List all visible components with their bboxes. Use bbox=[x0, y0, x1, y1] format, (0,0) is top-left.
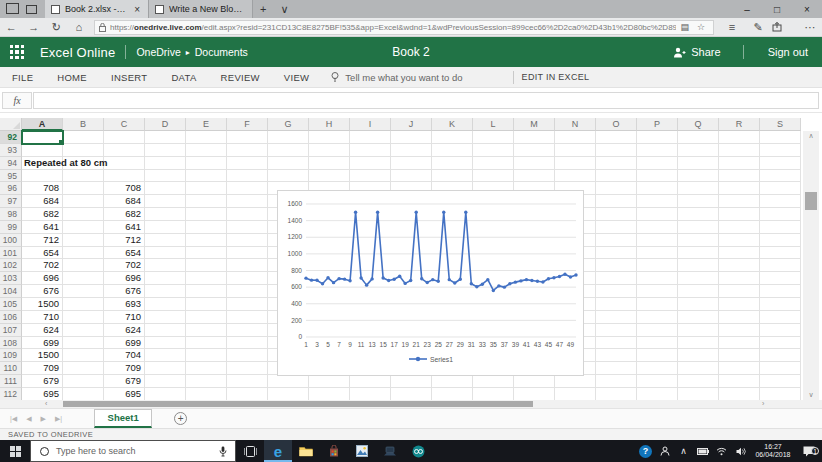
cell-a105[interactable]: 1500 bbox=[22, 298, 63, 311]
cell-p96[interactable] bbox=[637, 182, 678, 195]
row-header-102[interactable]: 102 bbox=[0, 259, 22, 272]
cell-d92[interactable] bbox=[145, 131, 186, 144]
cell-p106[interactable] bbox=[637, 311, 678, 324]
row-header-96[interactable]: 96 bbox=[0, 182, 22, 195]
cell-c100[interactable]: 712 bbox=[104, 234, 145, 247]
column-header-a[interactable]: A bbox=[22, 118, 63, 131]
cell-a95[interactable] bbox=[22, 170, 63, 183]
taskbar-file-explorer-icon[interactable] bbox=[292, 440, 320, 462]
cell-a108[interactable]: 699 bbox=[22, 337, 63, 350]
cell-o100[interactable] bbox=[596, 234, 637, 247]
cell-e92[interactable] bbox=[186, 131, 227, 144]
cell-r106[interactable] bbox=[719, 311, 760, 324]
cell-p92[interactable] bbox=[637, 131, 678, 144]
cell-e111[interactable] bbox=[186, 375, 227, 388]
cell-q94[interactable] bbox=[678, 157, 719, 170]
breadcrumb-documents[interactable]: Documents bbox=[195, 46, 248, 58]
cell-c110[interactable]: 709 bbox=[104, 362, 145, 375]
cell-c103[interactable]: 696 bbox=[104, 272, 145, 285]
menu-insert[interactable]: INSERT bbox=[99, 72, 159, 83]
maximize-button[interactable]: □ bbox=[762, 4, 792, 15]
scroll-right-icon[interactable]: › bbox=[762, 400, 764, 408]
cell-g111[interactable] bbox=[268, 375, 309, 388]
cell-r104[interactable] bbox=[719, 285, 760, 298]
cell-s98[interactable] bbox=[760, 208, 801, 221]
cell-a92[interactable] bbox=[22, 131, 63, 144]
cell-o109[interactable] bbox=[596, 349, 637, 362]
cell-f95[interactable] bbox=[227, 170, 268, 183]
cell-c99[interactable]: 641 bbox=[104, 221, 145, 234]
cell-q108[interactable] bbox=[678, 337, 719, 350]
cell-r94[interactable] bbox=[719, 157, 760, 170]
cell-j94[interactable] bbox=[391, 157, 432, 170]
cell-e104[interactable] bbox=[186, 285, 227, 298]
cell-a99[interactable]: 641 bbox=[22, 221, 63, 234]
new-tab-button[interactable]: + bbox=[253, 0, 273, 18]
cell-o92[interactable] bbox=[596, 131, 637, 144]
horizontal-scrollbar[interactable]: ‹ › bbox=[0, 400, 822, 408]
share-icon[interactable] bbox=[772, 22, 796, 32]
cell-f110[interactable] bbox=[227, 362, 268, 375]
cell-f93[interactable] bbox=[227, 144, 268, 157]
cell-c106[interactable]: 710 bbox=[104, 311, 145, 324]
cell-o93[interactable] bbox=[596, 144, 637, 157]
cell-d101[interactable] bbox=[145, 247, 186, 260]
cell-b105[interactable] bbox=[63, 298, 104, 311]
cell-q98[interactable] bbox=[678, 208, 719, 221]
row-header-112[interactable]: 112 bbox=[0, 388, 22, 400]
cell-s97[interactable] bbox=[760, 195, 801, 208]
menu-review[interactable]: REVIEW bbox=[209, 72, 272, 83]
row-header-95[interactable]: 95 bbox=[0, 170, 22, 183]
cell-q97[interactable] bbox=[678, 195, 719, 208]
cell-b103[interactable] bbox=[63, 272, 104, 285]
cell-g94[interactable] bbox=[268, 157, 309, 170]
cell-a100[interactable]: 712 bbox=[22, 234, 63, 247]
column-header-c[interactable]: C bbox=[104, 118, 145, 131]
volume-icon[interactable] bbox=[731, 447, 750, 456]
cell-m94[interactable] bbox=[514, 157, 555, 170]
cell-d111[interactable] bbox=[145, 375, 186, 388]
cell-e93[interactable] bbox=[186, 144, 227, 157]
column-header-h[interactable]: H bbox=[309, 118, 350, 131]
cell-r103[interactable] bbox=[719, 272, 760, 285]
cell-f111[interactable] bbox=[227, 375, 268, 388]
cell-j95[interactable] bbox=[391, 170, 432, 183]
cell-o108[interactable] bbox=[596, 337, 637, 350]
cell-o107[interactable] bbox=[596, 324, 637, 337]
cell-p104[interactable] bbox=[637, 285, 678, 298]
column-header-p[interactable]: P bbox=[637, 118, 678, 131]
cell-p109[interactable] bbox=[637, 349, 678, 362]
row-header-92[interactable]: 92 bbox=[0, 131, 22, 144]
column-header-f[interactable]: F bbox=[227, 118, 268, 131]
cell-s109[interactable] bbox=[760, 349, 801, 362]
cell-q96[interactable] bbox=[678, 182, 719, 195]
cell-b98[interactable] bbox=[63, 208, 104, 221]
cell-a101[interactable]: 654 bbox=[22, 247, 63, 260]
cell-q103[interactable] bbox=[678, 272, 719, 285]
cell-p93[interactable] bbox=[637, 144, 678, 157]
cell-q100[interactable] bbox=[678, 234, 719, 247]
cell-f105[interactable] bbox=[227, 298, 268, 311]
cell-d108[interactable] bbox=[145, 337, 186, 350]
cell-j112[interactable] bbox=[391, 388, 432, 400]
taskbar-edge-icon[interactable]: e bbox=[264, 440, 292, 462]
cell-r95[interactable] bbox=[719, 170, 760, 183]
cell-i93[interactable] bbox=[350, 144, 391, 157]
cell-s104[interactable] bbox=[760, 285, 801, 298]
cell-g93[interactable] bbox=[268, 144, 309, 157]
edit-in-excel-button[interactable]: EDIT IN EXCEL bbox=[522, 72, 590, 82]
cell-a110[interactable]: 709 bbox=[22, 362, 63, 375]
cell-d102[interactable] bbox=[145, 259, 186, 272]
tab-chevron-icon[interactable]: ∨ bbox=[273, 0, 295, 18]
cell-o111[interactable] bbox=[596, 375, 637, 388]
cell-n92[interactable] bbox=[555, 131, 596, 144]
refresh-icon[interactable]: ↻ bbox=[45, 21, 68, 34]
cell-h94[interactable] bbox=[309, 157, 350, 170]
cell-e103[interactable] bbox=[186, 272, 227, 285]
cell-d94[interactable] bbox=[145, 157, 186, 170]
cell-b96[interactable] bbox=[63, 182, 104, 195]
cell-o103[interactable] bbox=[596, 272, 637, 285]
cell-p99[interactable] bbox=[637, 221, 678, 234]
cell-p102[interactable] bbox=[637, 259, 678, 272]
cell-c109[interactable]: 704 bbox=[104, 349, 145, 362]
